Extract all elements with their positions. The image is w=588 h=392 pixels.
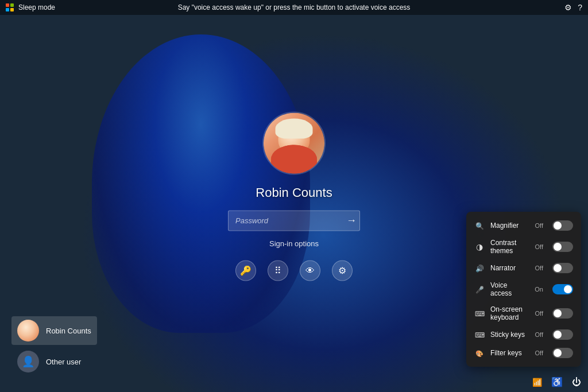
contrast-icon bbox=[474, 242, 485, 251]
onscreen-keyboard-label: On-screen keyboard bbox=[490, 305, 529, 321]
sticky-keys-toggle[interactable] bbox=[552, 329, 573, 340]
pin-signin-icon[interactable]: 🔑 bbox=[235, 260, 256, 281]
onscreen-keyboard-icon bbox=[474, 309, 485, 318]
other-avatar-small: 👤 bbox=[17, 351, 39, 372]
user-item-robin[interactable]: Robin Counts bbox=[11, 316, 97, 345]
user-item-other[interactable]: 👤 Other user bbox=[11, 347, 97, 376]
voice-access-icon bbox=[474, 285, 485, 294]
sticky-keys-status: Off bbox=[535, 331, 543, 338]
filter-keys-label: Filter keys bbox=[490, 349, 529, 357]
avatar-hair bbox=[276, 118, 313, 138]
user-list: Robin Counts 👤 Other user bbox=[11, 316, 97, 376]
top-bar-left: Sleep mode bbox=[6, 3, 55, 11]
magnifier-status: Off bbox=[535, 222, 543, 229]
login-area: Robin Counts → Sign-in options 🔑 ⠿ 👁 ⚙ bbox=[228, 111, 360, 281]
windows-hello-icon[interactable]: ⠿ bbox=[268, 260, 288, 281]
magnifier-label: Magnifier bbox=[490, 222, 529, 230]
robin-name-label: Robin Counts bbox=[46, 327, 91, 335]
password-input[interactable] bbox=[228, 210, 360, 231]
sticky-keys-item[interactable]: Sticky keys Off bbox=[466, 325, 581, 344]
signin-methods: 🔑 ⠿ 👁 ⚙ bbox=[235, 260, 353, 281]
user-display-name: Robin Counts bbox=[256, 185, 332, 200]
voice-access-item[interactable]: Voice access On bbox=[466, 277, 581, 301]
onscreen-keyboard-toggle[interactable] bbox=[552, 308, 573, 319]
top-bar-right: ⚙ ? bbox=[564, 3, 582, 12]
accessibility-panel: Magnifier Off Contrast themes Off Narrat… bbox=[466, 212, 581, 367]
narrator-item[interactable]: Narrator Off bbox=[466, 259, 581, 277]
system-tray: 📶 ♿ ⏻ bbox=[532, 377, 581, 387]
sleep-mode-label: Sleep mode bbox=[18, 3, 55, 11]
onscreen-keyboard-item[interactable]: On-screen keyboard Off bbox=[466, 301, 581, 325]
accessibility-tray-icon[interactable]: ♿ bbox=[551, 377, 563, 387]
filter-keys-toggle[interactable] bbox=[552, 348, 573, 358]
contrast-label: Contrast themes bbox=[490, 239, 529, 255]
contrast-status: Off bbox=[535, 243, 543, 250]
contrast-toggle[interactable] bbox=[552, 242, 573, 252]
onscreen-keyboard-status: Off bbox=[535, 310, 543, 317]
voice-access-status: On bbox=[535, 286, 543, 293]
filter-keys-item[interactable]: Filter keys Off bbox=[466, 344, 581, 362]
narrator-label: Narrator bbox=[490, 264, 529, 272]
help-icon[interactable]: ? bbox=[578, 3, 582, 12]
wifi-icon[interactable]: 📶 bbox=[532, 378, 542, 387]
sign-in-options-link[interactable]: Sign-in options bbox=[269, 239, 319, 247]
sticky-keys-icon bbox=[474, 330, 485, 339]
filter-keys-status: Off bbox=[535, 350, 543, 356]
sticky-keys-label: Sticky keys bbox=[490, 331, 529, 339]
top-bar: Sleep mode Say "voice access wake up" or… bbox=[0, 0, 588, 15]
power-icon[interactable]: ⏻ bbox=[572, 377, 581, 387]
other-user-name-label: Other user bbox=[46, 358, 81, 366]
password-container: → bbox=[228, 210, 360, 231]
voice-access-hint: Say "voice access wake up" or press the … bbox=[178, 3, 411, 11]
magnifier-icon bbox=[474, 221, 485, 230]
narrator-toggle[interactable] bbox=[552, 263, 573, 273]
narrator-icon bbox=[474, 263, 485, 273]
face-signin-icon[interactable]: 👁 bbox=[300, 260, 320, 281]
user-avatar bbox=[262, 111, 326, 174]
magnifier-toggle[interactable] bbox=[552, 220, 573, 231]
filter-keys-icon bbox=[474, 348, 485, 358]
voice-access-label: Voice access bbox=[490, 281, 529, 297]
robin-avatar-small bbox=[17, 320, 39, 341]
magnifier-item[interactable]: Magnifier Off bbox=[466, 216, 581, 235]
settings-icon[interactable]: ⚙ bbox=[564, 3, 572, 12]
voice-access-toggle[interactable] bbox=[552, 284, 573, 294]
windows-logo-icon bbox=[6, 3, 14, 11]
narrator-status: Off bbox=[535, 265, 543, 271]
submit-password-button[interactable]: → bbox=[346, 215, 357, 227]
fingerprint-signin-icon[interactable]: ⚙ bbox=[332, 260, 353, 281]
contrast-item[interactable]: Contrast themes Off bbox=[466, 235, 581, 259]
